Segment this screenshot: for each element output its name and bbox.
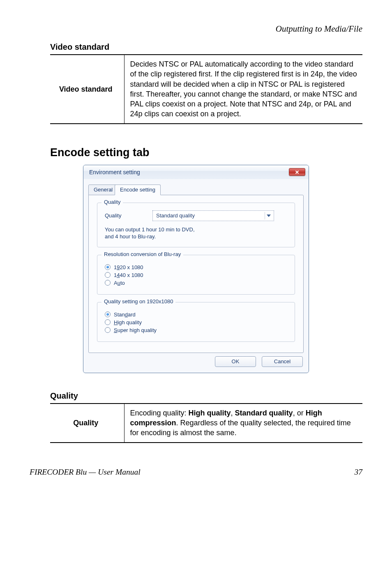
svg-marker-0: [267, 215, 271, 217]
chevron-down-icon: [265, 212, 272, 219]
radio-auto[interactable]: Auto: [105, 280, 287, 286]
close-button[interactable]: [289, 168, 305, 176]
radio-1440x1080[interactable]: 1440 x 1080: [105, 272, 287, 278]
quality-dropdown[interactable]: Standard quality: [152, 210, 274, 221]
quality-label: Quality: [105, 212, 129, 219]
radio-label: Standard: [114, 311, 136, 318]
resolution-group-legend: Resolution conversion of Blu-ray: [101, 251, 183, 257]
radio-super-high-quality[interactable]: Super high quality: [105, 327, 287, 333]
quality-setting-group-legend: Quality setting on 1920x1080: [101, 298, 175, 304]
radio-icon: [105, 327, 111, 333]
radio-icon: [105, 311, 111, 317]
dialog-title: Environment setting: [89, 169, 140, 175]
radio-label: 1920 x 1080: [114, 264, 143, 270]
quality-group: Quality Quality Standard quality You can…: [97, 203, 295, 247]
footer-left: FIRECODER Blu — User Manual: [30, 468, 141, 477]
radio-1920x1080[interactable]: 1920 x 1080: [105, 264, 287, 270]
video-standard-row-label: Video standard: [50, 55, 124, 124]
radio-label: Super high quality: [114, 327, 157, 333]
quality-dropdown-value: Standard quality: [156, 212, 195, 219]
radio-icon: [105, 264, 111, 270]
quality-row-desc: Encoding quality: High quality, Standard…: [124, 404, 362, 443]
radio-standard[interactable]: Standard: [105, 311, 287, 318]
radio-high-quality[interactable]: High quality: [105, 319, 287, 325]
quality-setting-group: Quality setting on 1920x1080 Standard Hi…: [97, 302, 295, 342]
quality-table: Quality Encoding quality: High quality, …: [50, 403, 362, 443]
page-header-section: Outputting to Media/File: [30, 24, 362, 34]
environment-setting-dialog: Environment setting General Encode setti…: [83, 165, 309, 373]
footer-page-number: 37: [355, 468, 363, 477]
tab-encode-setting[interactable]: Encode setting: [115, 185, 161, 195]
quality-note-line1: You can output 1 hour 10 min to DVD,: [105, 226, 287, 233]
radio-label: High quality: [114, 319, 142, 325]
video-standard-heading: Video standard: [30, 42, 362, 52]
quality-note-line2: and 4 hour to Blu-ray.: [105, 233, 287, 240]
quality-group-legend: Quality: [101, 199, 123, 205]
tab-general[interactable]: General: [88, 185, 118, 195]
radio-label: 1440 x 1080: [114, 272, 143, 278]
cancel-button[interactable]: Cancel: [262, 356, 303, 367]
radio-icon: [105, 319, 111, 325]
radio-icon: [105, 280, 111, 286]
dialog-titlebar: Environment setting: [83, 165, 309, 179]
encode-setting-heading: Encode setting tab: [30, 146, 362, 159]
ok-button[interactable]: OK: [215, 356, 256, 367]
radio-icon: [105, 272, 111, 278]
quality-heading: Quality: [30, 391, 362, 401]
video-standard-row-desc: Decides NTSC or PAL automatically accord…: [124, 55, 362, 124]
quality-row-label: Quality: [50, 404, 124, 443]
video-standard-table: Video standard Decides NTSC or PAL autom…: [50, 54, 362, 124]
resolution-group: Resolution conversion of Blu-ray 1920 x …: [97, 255, 295, 295]
radio-label: Auto: [114, 280, 125, 286]
